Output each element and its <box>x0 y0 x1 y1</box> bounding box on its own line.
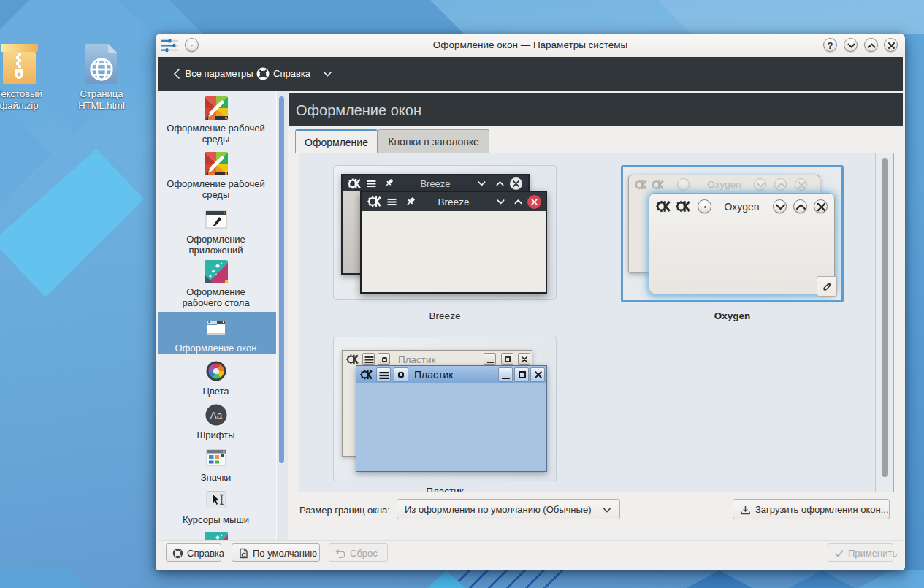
svg-text:Aa: Aa <box>210 410 222 421</box>
